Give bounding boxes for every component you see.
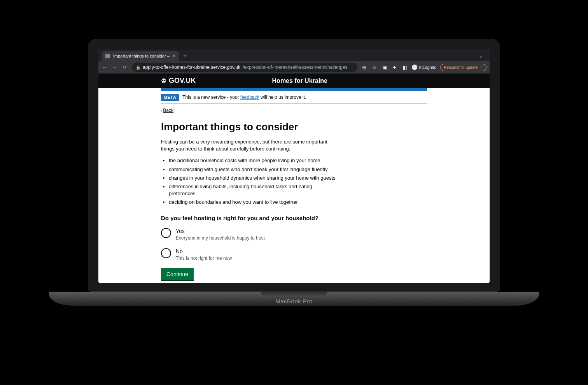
- camera-icon[interactable]: ▣: [382, 64, 388, 70]
- page-heading: Important things to consider: [161, 121, 427, 133]
- laptop-base: MacBook Pro: [49, 292, 539, 306]
- main-content: Important things to consider Hosting can…: [161, 113, 427, 283]
- list-item: communicating with guests who don't spea…: [169, 166, 340, 173]
- screen: Important things to consider – × + ⌄ ← →…: [98, 49, 490, 283]
- url-domain: apply-to-offer-homes-for-ukraine.service…: [143, 65, 240, 70]
- panel-icon[interactable]: ◧: [402, 64, 408, 70]
- toolbar-icon-group: ⊕ ☆ ▣ ✦ ◧ Incognito Relaunch to update ⋮: [361, 64, 486, 71]
- radio-hint: Everyone in my household is happy to hos…: [176, 235, 265, 241]
- screen-bezel: Important things to consider – × + ⌄ ← →…: [88, 39, 500, 292]
- page-viewport: ♔ GOV.UK Homes for Ukraine BETA: [98, 74, 490, 283]
- question-heading: Do you feel hosting is right for you and…: [161, 215, 427, 221]
- relaunch-button[interactable]: Relaunch to update ⋮: [440, 64, 486, 71]
- favicon-icon: [105, 54, 110, 58]
- list-item: changes in your household dynamics when …: [169, 175, 340, 182]
- close-tab-icon[interactable]: ×: [173, 54, 175, 58]
- service-name: Homes for Ukraine: [172, 77, 427, 84]
- considerations-list: the additional household costs with more…: [161, 157, 340, 206]
- browser-toolbar: ← → ⟳ 🔒 apply-to-offer-homes-for-ukraine…: [98, 61, 490, 74]
- tab-title: Important things to consider –: [113, 54, 170, 58]
- nav-forward-button[interactable]: →: [112, 65, 118, 70]
- zoom-icon[interactable]: ⊕: [361, 64, 368, 70]
- incognito-badge[interactable]: Incognito: [412, 65, 437, 70]
- laptop-mockup: Important things to consider – × + ⌄ ← →…: [88, 39, 500, 306]
- browser-tab-active[interactable]: Important things to consider – ×: [102, 51, 179, 61]
- incognito-icon: [412, 65, 417, 70]
- crown-icon: ♔: [161, 77, 166, 84]
- device-brand: MacBook Pro: [275, 298, 313, 304]
- kebab-icon: ⋮: [479, 65, 483, 70]
- relaunch-label: Relaunch to update: [444, 65, 478, 70]
- radio-input[interactable]: [161, 248, 171, 258]
- back-link[interactable]: Back: [163, 108, 173, 113]
- extensions-icon[interactable]: ✦: [392, 64, 398, 70]
- bookmark-icon[interactable]: ☆: [371, 64, 378, 70]
- radio-label: Yes: [176, 228, 265, 234]
- new-tab-button[interactable]: +: [179, 52, 191, 61]
- phase-tag: BETA: [161, 94, 179, 101]
- browser-tabstrip: Important things to consider – × + ⌄: [98, 49, 490, 61]
- continue-button[interactable]: Continue: [161, 268, 194, 280]
- back-link-row: ‹Back: [161, 104, 427, 113]
- list-item: differences in living habits, including …: [169, 183, 340, 197]
- radio-option-yes[interactable]: Yes Everyone in my household is happy to…: [161, 228, 427, 241]
- intro-paragraph: Hosting can be a very rewarding experien…: [161, 138, 332, 152]
- chevron-left-icon: ‹: [161, 108, 162, 113]
- nav-reload-button[interactable]: ⟳: [122, 65, 128, 70]
- radio-label: No: [176, 248, 232, 255]
- address-bar[interactable]: 🔒 apply-to-offer-homes-for-ukraine.servi…: [132, 63, 357, 72]
- url-path: /expression-of-interest/self-assessment/…: [243, 65, 347, 70]
- list-item: the additional household costs with more…: [169, 157, 340, 164]
- nav-back-button[interactable]: ←: [102, 65, 108, 70]
- lock-icon: 🔒: [136, 65, 140, 70]
- incognito-label: Incognito: [419, 65, 437, 70]
- govuk-header: ♔ GOV.UK Homes for Ukraine: [98, 74, 490, 88]
- tabs-dropdown-icon[interactable]: ⌄: [475, 54, 486, 61]
- phase-banner: BETA This is a new service - your feedba…: [161, 91, 427, 104]
- radio-input[interactable]: [161, 228, 171, 238]
- phase-wrap: BETA This is a new service - your feedba…: [98, 88, 490, 283]
- radio-option-no[interactable]: No This is not right for me now: [161, 248, 427, 261]
- feedback-link[interactable]: feedback: [240, 94, 259, 100]
- phase-text: This is a new service - your feedback wi…: [182, 94, 306, 100]
- list-item: deciding on boundaries and how you want …: [169, 199, 340, 206]
- header-blue-bar: [161, 88, 427, 91]
- radio-hint: This is not right for me now: [176, 256, 232, 261]
